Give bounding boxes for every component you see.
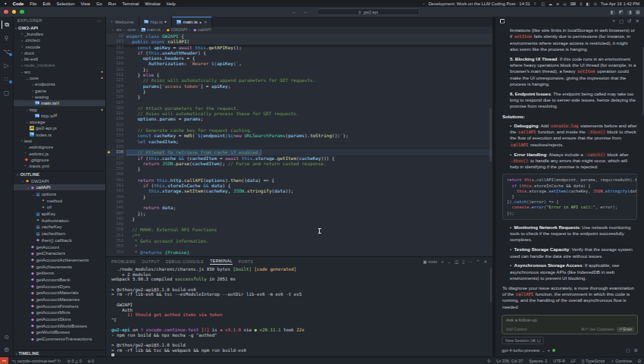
tree-item[interactable]: › docs — [14, 49, 105, 55]
outline-item[interactable]: ◆ then() callback — [14, 237, 105, 243]
close-window-button[interactable] — [4, 10, 8, 14]
tree-item[interactable]: ⌄ src ● — [14, 68, 105, 74]
outline-item[interactable]: ◆ getAccountWorldBosses — [14, 322, 105, 329]
remote-explorer-icon[interactable]: ▢ — [2, 89, 12, 97]
tree-item[interactable]: TS main.ts M — [14, 100, 105, 106]
outline-item[interactable]: ✦ method — [14, 197, 105, 204]
tree-item[interactable]: › .vscode — [14, 43, 105, 49]
followup-input[interactable]: Ask a follow-up Add Context ⌘⏎ Use Codeb… — [502, 315, 638, 334]
tree-item[interactable]: ◦ .eslintrc.js — [14, 150, 105, 156]
outline-item[interactable]: ⌄ ◆ GW2API — [14, 177, 105, 184]
code-line[interactable]: 323 // Axios will automatically append p… — [106, 77, 492, 83]
code-line[interactable]: 325 } — [106, 89, 492, 94]
tree-item[interactable]: ◆ .gitignore — [14, 156, 105, 162]
outline-item[interactable]: ⌄ ◆ callAPI — [14, 184, 105, 191]
code-line[interactable]: 341 return this.http.callAPI(options).th… — [106, 177, 492, 183]
code-line[interactable]: 333 const cacheKey = md5(`${endpoint}${n… — [106, 133, 492, 138]
code-line[interactable]: 324 params['access_token'] = apiKey; — [106, 83, 492, 89]
search-icon[interactable]: ⚲ — [484, 357, 493, 364]
screen-mirroring-icon[interactable]: ▭ — [563, 2, 567, 6]
new-session-icon[interactable]: + — [612, 18, 615, 24]
toggle-sidebar-icon[interactable]: ◧ — [610, 9, 614, 15]
code-line[interactable]: 326 } — [106, 94, 492, 99]
ports-forwarded[interactable]: ψ 0 — [85, 357, 97, 364]
keyboard-icon[interactable]: ⌨ — [571, 2, 576, 6]
outline-item[interactable]: ◆ getCharacters — [14, 249, 105, 256]
outline-section-header[interactable]: ⌄ OUTLINE — [14, 171, 105, 177]
outline-item[interactable]: ◆ getItems — [14, 269, 105, 276]
outline-item[interactable]: ◆ getWorldBosses — [14, 329, 105, 336]
extensions-icon[interactable]: ∷ — [2, 75, 12, 83]
new-terminal-icon[interactable]: + — [441, 259, 443, 264]
panel-tab[interactable]: PORTS — [239, 259, 254, 264]
tree-item[interactable]: ⌄ GW2-API — [14, 24, 105, 30]
tree-item[interactable]: › node_modules — [14, 62, 105, 68]
maximize-panel-icon[interactable]: ⌃ — [477, 259, 480, 264]
tree-item[interactable]: TS index.ts — [14, 131, 105, 137]
code-line[interactable]: 320 Authorization: `Bearer ${apiKey}`, — [106, 61, 492, 66]
editor-scrollbar[interactable] — [489, 108, 492, 162]
enter-button[interactable]: ⏎ Enter — [617, 327, 634, 332]
search-icon[interactable]: ⚲ — [2, 34, 12, 42]
split-terminal-icon[interactable]: ◫ — [455, 259, 458, 264]
tree-item[interactable]: › game — [14, 87, 105, 93]
tree-item[interactable]: ▪ .travis.yml — [14, 163, 105, 169]
tree-item[interactable]: › .circleci — [14, 37, 105, 43]
code-line[interactable]: 203 public async callAPI( — [106, 39, 492, 44]
panel-tab[interactable]: TERMINAL — [210, 259, 232, 265]
timer-status-text[interactable]: Development: Work on the LLM Coding Post… — [428, 2, 530, 6]
notifications-bell[interactable]: Ω — [635, 357, 644, 364]
tree-item[interactable]: › testing — [14, 93, 105, 99]
encoding[interactable]: UTF-8 — [550, 357, 567, 364]
breadcrumb-item[interactable]: ◆ GW2API — [162, 27, 188, 32]
minimize-window-button[interactable] — [12, 10, 17, 14]
tree-item[interactable]: › lib-es6 — [14, 55, 105, 61]
add-model-button[interactable]: + — [547, 348, 549, 353]
code-line[interactable]: 332 // Generate cache key for request ca… — [106, 127, 492, 133]
history-back-icon[interactable]: ← — [292, 9, 297, 14]
code-line[interactable]: 338 return JSON.parse(cachedItem); // Pa… — [106, 161, 492, 166]
outline-item[interactable]: ▤ cachedItem — [14, 230, 105, 237]
explorer-icon[interactable]: ⧉ — [2, 20, 12, 29]
breadcrumb-item[interactable]: core — [123, 27, 136, 32]
code-line[interactable]: 321 }; — [106, 67, 492, 72]
menu-go[interactable]: Go — [96, 2, 102, 6]
sessions-icon[interactable]: ▢ — [619, 18, 624, 24]
tree-item[interactable]: › test — [14, 137, 105, 143]
code-line[interactable]: 327 — [106, 100, 492, 105]
indentation[interactable]: Spaces: 2 — [526, 357, 550, 364]
breadcrumb-item[interactable]: src — [112, 27, 122, 32]
code-line[interactable]: 337 if (this.cache && (cachedItem = awai… — [106, 155, 492, 161]
menu-view[interactable]: View — [80, 2, 89, 6]
code-line[interactable]: 354 * @returns {Promise} — [106, 249, 492, 255]
continue-settings-icon[interactable]: ⚙ — [634, 347, 638, 353]
remote-indicator[interactable]: >< — [0, 357, 8, 364]
account-icon[interactable]: ⊙ — [2, 333, 12, 341]
menu-selection[interactable]: Selection — [57, 2, 75, 6]
editor-tab[interactable]: TS http.ts ● — [139, 17, 172, 27]
timer-icon[interactable]: ◔ — [422, 2, 424, 6]
terminal-more-icon[interactable]: ⋯ — [468, 259, 473, 264]
cursor-position[interactable]: Ln 336, Col 37 — [493, 357, 526, 364]
outline-item[interactable]: ▤ cacheKey — [14, 224, 105, 231]
tree-item[interactable]: TS http.ts M — [14, 112, 105, 118]
menu-window[interactable]: Window — [145, 2, 161, 6]
language-mode[interactable]: {} TypeScript — [579, 357, 608, 364]
tree-item[interactable]: ◦ .eslintignore — [14, 144, 105, 150]
run-debug-icon[interactable]: ▷ — [2, 61, 12, 70]
continue-enabled[interactable]: ✓ Continue — [608, 357, 635, 364]
code-editor[interactable]: 12 export class GW2API { 203 public asyn… — [106, 33, 492, 256]
code-line[interactable]: 347 }); — [106, 211, 492, 216]
new-session-button[interactable]: New Session (⌘ L) — [502, 337, 544, 344]
code-line[interactable]: 348 } — [106, 216, 492, 221]
editor-tab[interactable]: » Welcome — [106, 17, 139, 27]
code-line[interactable]: 335 — [106, 144, 492, 149]
menu-edit[interactable]: Edit — [43, 2, 51, 6]
outline-item[interactable]: ◆ getAccountMinis — [14, 309, 105, 316]
outline-item[interactable]: ⌄ ▤ options — [14, 190, 105, 197]
code-line[interactable]: 319 options.headers = { — [106, 55, 492, 61]
outline-item[interactable]: ▤ apiKey — [14, 210, 105, 217]
terminal-output[interactable]: ./node_modules/charenc/charenc.js 850 by… — [106, 265, 492, 356]
control-center-icon[interactable]: ◧ — [586, 2, 590, 6]
apple-logo[interactable]: ● — [5, 2, 7, 5]
